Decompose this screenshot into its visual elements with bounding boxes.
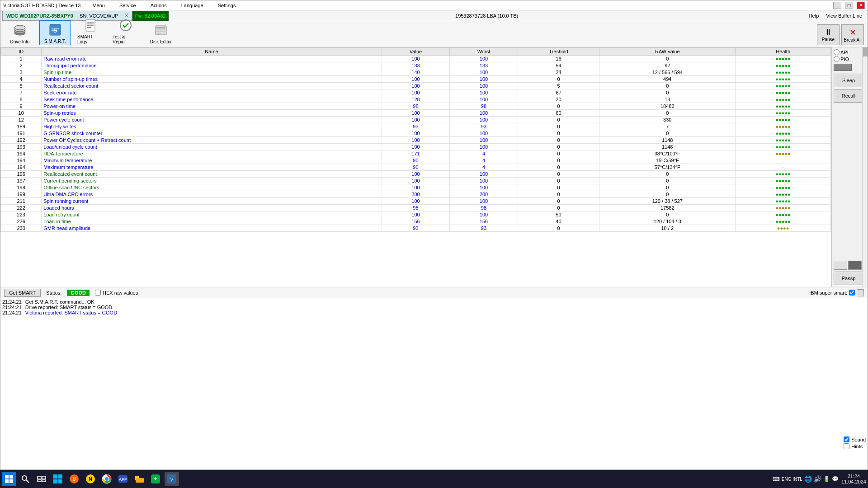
pio-radio-row[interactable]: PIO <box>834 56 866 62</box>
cell-id: 191 <box>1 130 42 137</box>
close-button[interactable]: ✕ <box>857 2 865 9</box>
drive-info-button[interactable]: Drive Info <box>4 21 36 45</box>
pause-label: Pause <box>822 37 835 42</box>
cell-threshold: 16 <box>518 56 599 62</box>
menu-language[interactable]: Language <box>179 2 206 9</box>
table-row[interactable]: 194 Minimum temperature 90 4 0 15°C/59°F… <box>1 157 831 164</box>
taskbar-start[interactable] <box>2 472 16 486</box>
cell-threshold: 0 <box>518 205 599 211</box>
taskbar-clock[interactable]: 21:24 11.04.2024 <box>841 474 866 484</box>
sound-check-row[interactable]: Sound <box>844 436 866 442</box>
table-row[interactable]: 194 Maximum temperature 90 4 0 57°C/134°… <box>1 164 831 171</box>
smart-logs-button[interactable]: SMART Logs <box>75 16 106 45</box>
cell-raw: 330 <box>599 117 736 123</box>
break-all-button[interactable]: ✕ Break All <box>841 24 864 45</box>
api-radio[interactable] <box>834 49 840 55</box>
smart-button[interactable]: S S.M.A.R.T. <box>39 20 71 45</box>
cell-health: ●●●●● <box>736 62 831 69</box>
disk-editor-button[interactable]: Disk Editor <box>145 21 177 45</box>
log-area[interactable]: 21:24:21 Get S.M.A.R.T. command... OK 21… <box>0 298 868 325</box>
table-row[interactable]: 2 Throughput perfomance 133 133 54 92 ●●… <box>1 62 831 69</box>
table-row[interactable]: 4 Number of spin-up times 100 100 0 494 … <box>1 76 831 83</box>
table-row[interactable]: 222 Loaded hours 98 98 0 17582 ●●●●● <box>1 205 831 211</box>
cell-threshold: 0 <box>518 130 599 137</box>
table-row[interactable]: 198 Offline scan UNC sectors 100 100 0 0… <box>1 184 831 191</box>
table-row[interactable]: 191 G-SENSOR shock counter 100 100 0 0 ●… <box>1 130 831 137</box>
maximize-button[interactable]: □ <box>845 2 853 9</box>
taskbar-norton[interactable]: N <box>83 472 98 486</box>
small-btn-2[interactable] <box>848 261 862 270</box>
taskbar-chrome[interactable] <box>99 472 114 486</box>
recall-button[interactable]: Recall <box>834 89 863 103</box>
table-row[interactable]: 5 Reallocated sector count 100 100 5 0 ●… <box>1 83 831 89</box>
pause-button[interactable]: ⏸ Pause <box>817 24 840 45</box>
hex-raw-checkbox[interactable] <box>95 290 101 296</box>
table-row[interactable]: 193 Load/unload cycle count 100 100 0 11… <box>1 144 831 150</box>
table-row[interactable]: 8 Seek time perfomance 128 100 20 18 ●●●… <box>1 96 831 103</box>
table-row[interactable]: 10 Spin-up retries 100 100 60 0 ●●●●● <box>1 110 831 117</box>
table-row[interactable]: 194 HDA Temperature 171 4 0 38°C/100°F ●… <box>1 150 831 157</box>
help-button[interactable]: Help <box>805 13 823 19</box>
main-scrollbar[interactable] <box>862 47 868 287</box>
sound-checkbox[interactable] <box>844 436 849 442</box>
taskbar-taskview[interactable] <box>34 472 49 486</box>
cell-raw: 18 <box>599 96 736 103</box>
svg-rect-8 <box>86 19 95 31</box>
table-row[interactable]: 1 Raw read error rate 100 100 16 0 ●●●●● <box>1 56 831 62</box>
table-row[interactable]: 7 Seek error rate 100 100 67 0 ●●●●● <box>1 89 831 96</box>
taskbar-explorer[interactable] <box>132 472 146 486</box>
cell-value: 93 <box>382 123 449 130</box>
table-row[interactable]: 226 Load-in time 156 156 40 120 / 104 / … <box>1 218 831 225</box>
table-row[interactable]: 189 High Fly writes 93 93 0 7 ●●●●● <box>1 123 831 130</box>
table-row[interactable]: 12 Power cycle count 100 100 0 330 ●●●●● <box>1 117 831 123</box>
svg-rect-29 <box>53 474 57 479</box>
hints-checkbox[interactable] <box>844 443 849 449</box>
cell-name: Reallocated sector count <box>42 83 382 89</box>
api-radio-row[interactable]: API <box>834 49 866 55</box>
menu-settings[interactable]: Settings <box>215 2 239 9</box>
cell-value: 140 <box>382 69 449 76</box>
ibm-checkbox[interactable] <box>849 290 855 296</box>
table-row[interactable]: 9 Power-on time 98 98 0 18482 ●●●●● <box>1 103 831 110</box>
cell-worst: 4 <box>450 150 518 157</box>
table-row[interactable]: 199 Ultra DMA CRC errors 200 200 0 0 ●●●… <box>1 191 831 198</box>
ibm-extra-box[interactable] <box>857 289 864 296</box>
table-row[interactable]: 196 Reallocated event count 100 100 0 0 … <box>1 171 831 178</box>
smart-table-container[interactable]: ID Name Value Worst Treshold RAW value H… <box>0 47 831 287</box>
taskbar-victoria[interactable]: V <box>165 472 179 486</box>
table-row[interactable]: 197 Current pending sectors 100 100 0 0 … <box>1 178 831 184</box>
cell-health: ●●●●● <box>736 103 831 110</box>
table-row[interactable]: 223 Load retry count 100 100 50 0 ●●●●● <box>1 211 831 218</box>
col-header-threshold: Treshold <box>518 48 599 56</box>
cell-raw: 92 <box>599 62 736 69</box>
passp-button[interactable]: Passp <box>834 272 863 285</box>
taskbar-uipath[interactable]: U <box>67 472 81 486</box>
menu-service[interactable]: Service <box>117 2 139 9</box>
cell-health: ●●●●● <box>736 137 831 144</box>
small-btn-1[interactable] <box>834 261 847 270</box>
table-row[interactable]: 211 Spin running current 100 100 0 120 /… <box>1 198 831 205</box>
table-row[interactable]: 192 Power Off Cycles count + Retract cou… <box>1 137 831 144</box>
menu-actions[interactable]: Actions <box>148 2 170 9</box>
test-repair-button[interactable]: Test & Repair <box>110 16 142 45</box>
hints-check-row[interactable]: Hints <box>844 443 866 449</box>
pio-radio[interactable] <box>834 56 840 62</box>
cell-value: 100 <box>382 137 449 144</box>
taskbar-greenapp[interactable]: + <box>148 472 163 486</box>
minimize-button[interactable]: – <box>833 2 841 9</box>
table-row[interactable]: 3 Spin-up time 140 100 24 12 / 566 / 594… <box>1 69 831 76</box>
cell-worst: 100 <box>450 211 518 218</box>
get-smart-button[interactable]: Get SMART <box>4 289 41 297</box>
hex-raw-check[interactable]: HEX raw values <box>95 290 138 296</box>
view-buffer-button[interactable]: View Buffer Line <box>822 13 866 19</box>
taskbar-search[interactable] <box>18 472 33 486</box>
taskbar-windows[interactable] <box>51 472 65 486</box>
table-row[interactable]: 230 GMR head amplitude 93 93 0 18 / 2 ●●… <box>1 225 831 232</box>
cell-id: 194 <box>1 164 42 171</box>
cell-name: Throughput perfomance <box>42 62 382 69</box>
sleep-button[interactable]: Sleep <box>834 74 863 87</box>
log-line-2: 21:24:21 Drive reported: SMART status = … <box>2 305 866 310</box>
scroll-thumb[interactable] <box>863 47 868 56</box>
taskbar-app7[interactable]: APP <box>116 472 130 486</box>
menu-menu[interactable]: Menu <box>90 2 108 9</box>
